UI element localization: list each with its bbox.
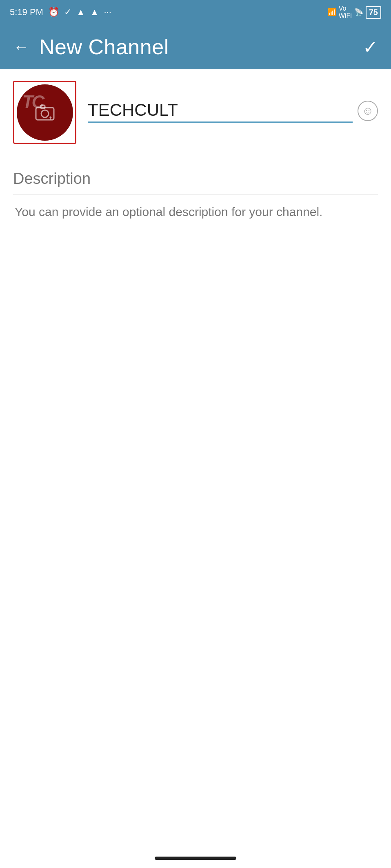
status-bar-left: 5:19 PM ⏰ ✓ ▲ ▲ ··· xyxy=(10,7,111,18)
status-bar: 5:19 PM ⏰ ✓ ▲ ▲ ··· 📶 VoWiFi 📡 75 xyxy=(0,0,391,24)
bottom-nav-bar xyxy=(155,857,236,860)
emoji-icon: ☺ xyxy=(362,104,374,117)
check-status-icon: ✓ xyxy=(64,7,71,18)
battery-icon: 75 xyxy=(366,6,381,19)
page-title: New Channel xyxy=(39,35,169,59)
profile-row: TC + ☺ xyxy=(0,69,391,155)
description-input[interactable] xyxy=(13,163,378,194)
vowifi-icon: VoWiFi xyxy=(339,5,352,20)
alarm-icon: ⏰ xyxy=(48,7,59,18)
name-input-container: ☺ xyxy=(88,99,378,126)
description-hint: You can provide an optional description … xyxy=(13,203,378,221)
svg-rect-2 xyxy=(41,105,45,108)
app-bar: ← New Channel ✓ xyxy=(0,24,391,69)
channel-name-input[interactable] xyxy=(88,99,353,123)
drive-icon: ▲ xyxy=(76,7,85,18)
wifi-icon: 📡 xyxy=(354,8,363,17)
confirm-button[interactable]: ✓ xyxy=(363,37,378,57)
app-bar-left: ← New Channel xyxy=(13,35,169,59)
drive2-icon: ▲ xyxy=(90,7,99,18)
content-area: TC + ☺ You can provide xyxy=(0,69,391,221)
back-button[interactable]: ← xyxy=(13,39,29,55)
signal-icon: 📶 xyxy=(327,8,336,17)
status-time: 5:19 PM xyxy=(10,7,43,18)
description-section: You can provide an optional description … xyxy=(0,155,391,221)
dots-icon: ··· xyxy=(104,7,111,18)
svg-text:+: + xyxy=(49,115,52,121)
avatar-picker[interactable]: TC + xyxy=(13,81,76,144)
status-bar-right: 📶 VoWiFi 📡 75 xyxy=(327,5,381,20)
camera-icon: + xyxy=(33,101,56,124)
svg-point-1 xyxy=(41,110,49,117)
avatar: TC + xyxy=(17,84,73,141)
emoji-button[interactable]: ☺ xyxy=(358,101,378,121)
